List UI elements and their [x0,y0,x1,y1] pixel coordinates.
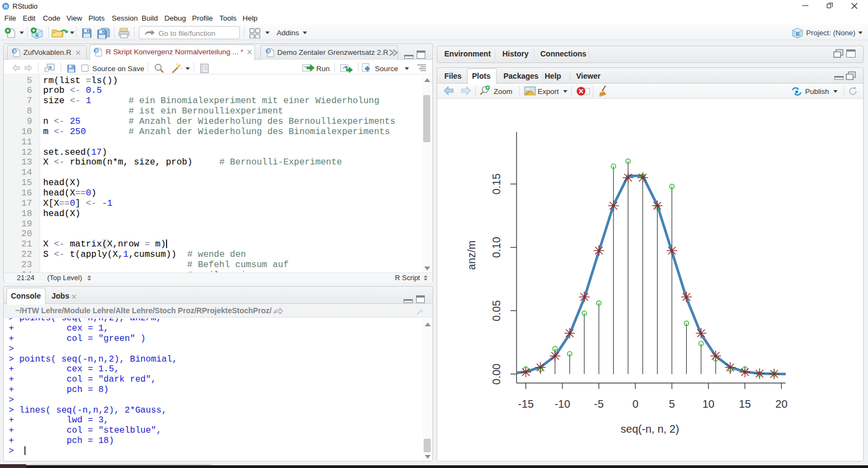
svg-text:R: R [35,33,39,38]
svg-text:-10: -10 [554,398,570,410]
svg-text:0: 0 [633,398,639,410]
svg-text:0.15: 0.15 [490,173,502,194]
svg-text:5: 5 [669,398,675,410]
svg-text:R: R [796,31,800,37]
svg-text:R: R [13,49,16,54]
svg-text:0.10: 0.10 [490,237,502,258]
svg-text:anz/m: anz/m [465,241,477,270]
svg-text:0.05: 0.05 [490,300,502,321]
svg-text:0.00: 0.00 [490,364,502,385]
svg-text:15: 15 [739,398,751,410]
svg-text:20: 20 [775,398,787,410]
svg-text:R: R [95,48,98,53]
svg-text:10: 10 [703,398,714,410]
svg-text:-5: -5 [594,398,604,410]
svg-text:seq(-n, n, 2): seq(-n, n, 2) [621,423,679,435]
svg-text:-15: -15 [518,398,534,410]
svg-text:R: R [267,49,270,54]
